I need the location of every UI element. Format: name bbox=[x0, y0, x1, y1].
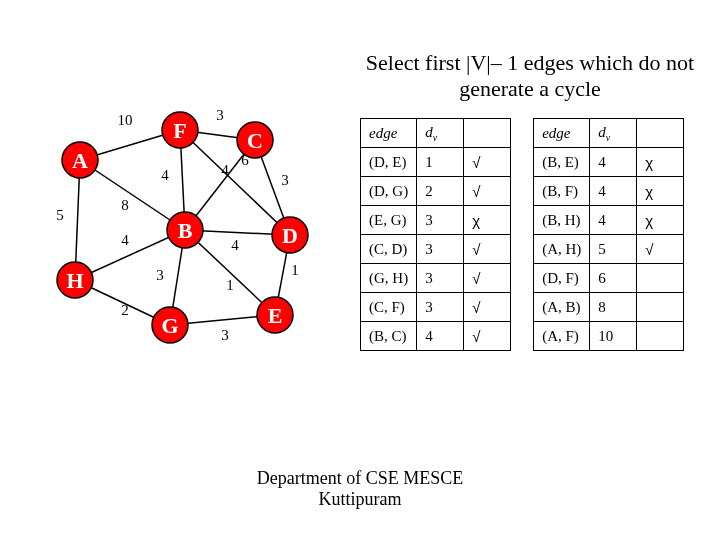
table-row: (C, D)3√ bbox=[361, 235, 511, 264]
footer: Department of CSE MESCE Kuttipuram bbox=[0, 468, 720, 510]
weight-HG: 2 bbox=[121, 302, 129, 318]
weight-BD: 4 bbox=[231, 237, 239, 253]
table-row: (B, C)4√ bbox=[361, 322, 511, 351]
node-label-G: G bbox=[161, 313, 178, 338]
col-mark bbox=[637, 119, 684, 148]
node-label-D: D bbox=[282, 223, 298, 248]
node-label-A: A bbox=[72, 148, 88, 173]
table-row: (B, F)4χ bbox=[534, 177, 684, 206]
graph-diagram: 1038443654423131 AFCBDHGE bbox=[30, 100, 340, 370]
weight-BE: 1 bbox=[226, 277, 234, 293]
weight-FB: 4 bbox=[161, 167, 169, 183]
page-title: Select first |V|– 1 edges which do not g… bbox=[360, 50, 700, 102]
table-row: (B, E)4χ bbox=[534, 148, 684, 177]
table-row: (C, F)3√ bbox=[361, 293, 511, 322]
tables-container: edge dv (D, E)1√ (D, G)2√ (E, G)3χ (C, D… bbox=[360, 118, 684, 351]
edge-table-1: edge dv (D, E)1√ (D, G)2√ (E, G)3χ (C, D… bbox=[360, 118, 511, 351]
table-row: (B, H)4χ bbox=[534, 206, 684, 235]
weight-DE: 1 bbox=[291, 262, 299, 278]
weight-CD: 3 bbox=[281, 172, 289, 188]
weight-HB: 4 bbox=[121, 232, 129, 248]
col-dv: dv bbox=[417, 119, 464, 148]
col-dv: dv bbox=[590, 119, 637, 148]
col-mark bbox=[464, 119, 511, 148]
table-row: (A, B)8 bbox=[534, 293, 684, 322]
weight-FC: 3 bbox=[216, 107, 224, 123]
weight-CB: 4 bbox=[221, 162, 229, 178]
weight-AF: 10 bbox=[118, 112, 133, 128]
table-row: (D, F)6 bbox=[534, 264, 684, 293]
col-edge: edge bbox=[361, 119, 417, 148]
col-edge: edge bbox=[534, 119, 590, 148]
node-label-C: C bbox=[247, 128, 263, 153]
node-label-B: B bbox=[178, 218, 193, 243]
weight-BG: 3 bbox=[156, 267, 164, 283]
weight-AB: 8 bbox=[121, 197, 129, 213]
node-label-E: E bbox=[268, 303, 283, 328]
node-label-F: F bbox=[173, 118, 186, 143]
table-row: (A, H)5√ bbox=[534, 235, 684, 264]
table-row: (D, G)2√ bbox=[361, 177, 511, 206]
table-row: (D, E)1√ bbox=[361, 148, 511, 177]
table-row: (E, G)3χ bbox=[361, 206, 511, 235]
edge-table-2: edge dv (B, E)4χ (B, F)4χ (B, H)4χ (A, H… bbox=[533, 118, 684, 351]
table-row: (G, H)3√ bbox=[361, 264, 511, 293]
weight-AH: 5 bbox=[56, 207, 64, 223]
node-label-H: H bbox=[66, 268, 83, 293]
table-row: (A, F)10 bbox=[534, 322, 684, 351]
edge-AB bbox=[80, 160, 185, 230]
weight-GE: 3 bbox=[221, 327, 229, 343]
